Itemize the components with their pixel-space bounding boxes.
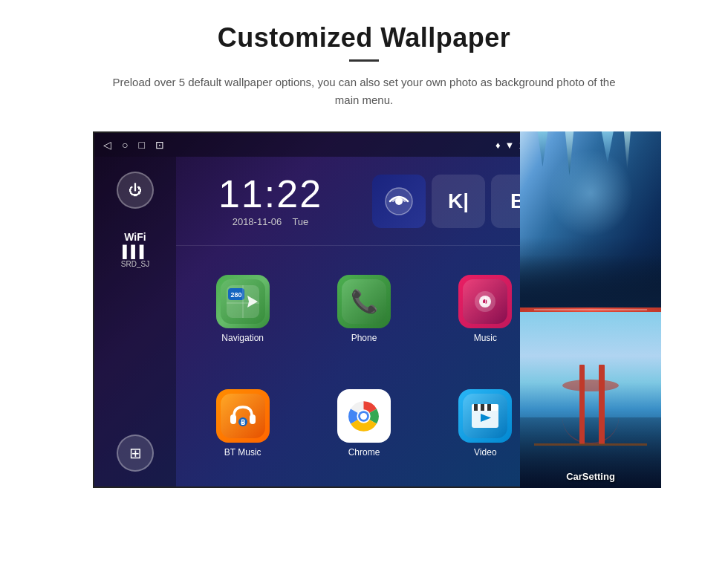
app-chrome[interactable]: Chrome	[305, 368, 423, 479]
grid-icon: ⊞	[129, 444, 142, 462]
device-container: ◁ ○ □ ⊡ ♦ ▼ 11:22 ⏻	[67, 131, 661, 488]
page-wrapper: Customized Wallpaper Preload over 5 defa…	[0, 0, 728, 563]
home-nav-icon[interactable]: ○	[122, 139, 128, 151]
chrome-label: Chrome	[348, 447, 380, 458]
video-label: Video	[474, 447, 496, 458]
navigation-icon: 280	[216, 275, 270, 328]
svg-rect-30	[487, 404, 491, 411]
app-btmusic[interactable]: Ƀ BT Music	[183, 368, 302, 479]
recents-nav-icon[interactable]: □	[138, 139, 144, 151]
wifi-info: WiFi ▌▌▌ SRD_SJ	[121, 231, 149, 268]
navigation-label: Navigation	[221, 333, 264, 343]
wifi-label: WiFi	[121, 231, 149, 243]
clock-widget: 11:22 2018-11-06 Tue	[176, 157, 365, 245]
btmusic-icon: Ƀ	[216, 389, 270, 443]
svg-text:Ƀ: Ƀ	[241, 419, 245, 426]
app-grid: 280 Navigation	[176, 246, 552, 486]
music-icon: ♪	[458, 275, 512, 328]
top-widgets: 11:22 2018-11-06 Tue	[176, 157, 552, 246]
screenshot-nav-icon[interactable]: ⊡	[155, 139, 164, 151]
wifi-ssid: SRD_SJ	[121, 260, 149, 268]
carsetting-label: CarSetting	[520, 471, 661, 482]
wifi-signal-icon: ▼	[505, 140, 515, 151]
chrome-icon-box	[337, 389, 391, 443]
svg-text:280: 280	[230, 291, 241, 299]
ki-app-icon[interactable]: K|	[432, 175, 485, 228]
svg-text:📞: 📞	[350, 288, 378, 315]
wireless-svg-icon	[383, 185, 415, 218]
status-bar-left: ◁ ○ □ ⊡	[103, 139, 164, 151]
title-divider	[349, 59, 379, 62]
app-navigation[interactable]: 280 Navigation	[183, 253, 302, 365]
ki-label: K|	[440, 183, 477, 220]
apps-drawer-button[interactable]: ⊞	[117, 435, 154, 472]
wallpaper-thumb-ice[interactable]	[520, 131, 661, 307]
phone-icon: 📞	[337, 275, 391, 328]
phone-label: Phone	[351, 333, 377, 343]
page-description: Preload over 5 default wallpaper options…	[104, 74, 624, 109]
wallpaper-thumb-bridge[interactable]: CarSetting	[520, 312, 661, 488]
power-button[interactable]: ⏻	[117, 172, 154, 209]
video-icon-box	[458, 389, 512, 443]
ice-cave-image	[520, 131, 661, 307]
status-bar: ◁ ○ □ ⊡ ♦ ▼ 11:22	[94, 133, 552, 157]
app-phone[interactable]: 📞 Phone	[305, 253, 423, 365]
clock-time: 11:22	[218, 175, 322, 213]
wifi-bars-icon: ▌▌▌	[121, 245, 149, 258]
music-label: Music	[474, 333, 497, 343]
wireless-app-icon[interactable]	[372, 175, 426, 228]
page-title: Customized Wallpaper	[218, 22, 511, 53]
svg-point-24	[360, 412, 367, 419]
svg-rect-17	[250, 414, 256, 424]
power-icon: ⏻	[129, 183, 142, 198]
location-icon: ♦	[495, 140, 501, 151]
screen-content: ⏻ WiFi ▌▌▌ SRD_SJ ⊞	[94, 157, 552, 486]
svg-rect-15	[221, 394, 265, 438]
main-area: 11:22 2018-11-06 Tue	[176, 157, 552, 486]
svg-rect-29	[481, 404, 484, 411]
back-nav-icon[interactable]: ◁	[103, 139, 111, 151]
btmusic-label: BT Music	[224, 447, 261, 458]
svg-rect-28	[474, 404, 478, 411]
svg-rect-16	[230, 414, 236, 424]
wallpaper-panel: CarSetting	[520, 131, 661, 488]
clock-date: 2018-11-06 Tue	[233, 216, 309, 227]
android-screen: ◁ ○ □ ⊡ ♦ ▼ 11:22 ⏻	[93, 131, 553, 488]
sidebar: ⏻ WiFi ▌▌▌ SRD_SJ ⊞	[94, 157, 176, 486]
bridge-scene-image	[520, 312, 661, 488]
svg-text:♪: ♪	[481, 292, 489, 308]
